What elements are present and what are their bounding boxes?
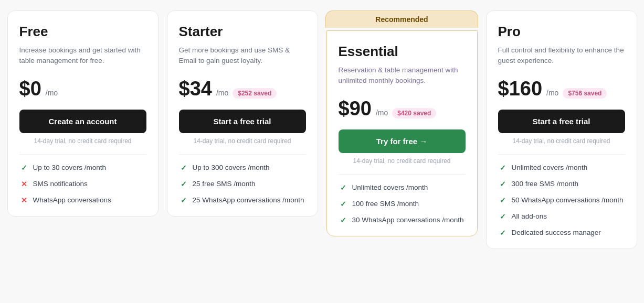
trial-note-essential: 14-day trial, no credit card required [339, 157, 466, 165]
trial-note-pro: 14-day trial, no credit card required [498, 137, 625, 145]
feature-item-free-2: ✕WhatsApp conversations [19, 196, 146, 205]
plan-card-pro: ProFull control and flexibility to enhan… [486, 10, 637, 249]
plan-card-free: FreeIncrease bookings and get started wi… [7, 10, 159, 217]
price-row-free: $0/mo [19, 78, 146, 100]
price-row-starter: $34/mo$252 saved [179, 78, 306, 100]
check-icon: ✓ [498, 212, 508, 222]
price-amount-pro: $160 [498, 78, 543, 100]
price-amount-starter: $34 [179, 78, 212, 100]
feature-text-essential-2: 30 WhatsApp conversations /month [352, 215, 464, 225]
check-icon: ✓ [179, 196, 188, 205]
feature-text-pro-2: 50 WhatsApp conversations /month [512, 196, 624, 205]
divider-pro [498, 154, 625, 155]
plan-name-pro: Pro [498, 24, 625, 40]
plan-wrapper-essential: RecommendedEssentialReservation & table … [326, 30, 478, 236]
check-icon: ✓ [498, 196, 508, 205]
feature-text-starter-1: 25 free SMS /month [193, 179, 256, 189]
savings-badge-starter: $252 saved [233, 88, 277, 99]
divider-essential [339, 174, 466, 175]
check-icon: ✓ [498, 180, 508, 189]
cta-button-essential[interactable]: Try for free → [339, 129, 466, 153]
feature-item-starter-2: ✓25 WhatsApp conversations /month [179, 196, 306, 205]
price-per-pro: /mo [546, 89, 558, 97]
feature-item-free-1: ✕SMS notifications [19, 179, 146, 189]
feature-item-pro-4: ✓Dedicated success manager [498, 228, 625, 238]
feature-text-free-2: WhatsApp conversations [33, 196, 111, 205]
recommended-banner: Recommended [325, 10, 478, 28]
check-icon: ✓ [179, 164, 188, 173]
feature-text-pro-3: All add-ons [512, 212, 547, 222]
feature-text-pro-1: 300 free SMS /month [512, 179, 579, 189]
feature-list-essential: ✓Unlimited covers /month✓100 free SMS /m… [339, 183, 466, 225]
check-icon: ✓ [339, 216, 348, 225]
feature-text-free-1: SMS notifications [33, 179, 88, 189]
feature-item-starter-1: ✓25 free SMS /month [179, 179, 306, 189]
feature-text-pro-4: Dedicated success manager [512, 228, 601, 238]
check-icon: ✓ [19, 164, 29, 173]
price-per-essential: /mo [376, 109, 388, 117]
cross-icon: ✕ [19, 180, 29, 189]
feature-item-pro-1: ✓300 free SMS /month [498, 179, 625, 189]
check-icon: ✓ [339, 200, 348, 209]
plan-description-pro: Full control and flexibility to enhance … [498, 45, 625, 68]
feature-item-pro-0: ✓Unlimited covers /month [498, 163, 625, 173]
plan-card-starter: StarterGet more bookings and use SMS & E… [167, 10, 318, 217]
feature-item-essential-1: ✓100 free SMS /month [339, 199, 466, 209]
feature-item-starter-0: ✓Up to 300 covers /month [179, 163, 306, 173]
price-amount-free: $0 [19, 78, 41, 100]
plan-description-essential: Reservation & table management with unli… [339, 65, 466, 88]
feature-item-essential-2: ✓30 WhatsApp conversations /month [339, 215, 466, 225]
feature-list-starter: ✓Up to 300 covers /month✓25 free SMS /mo… [179, 163, 306, 205]
check-icon: ✓ [498, 229, 508, 238]
feature-text-essential-0: Unlimited covers /month [352, 183, 428, 193]
feature-text-pro-0: Unlimited covers /month [512, 163, 588, 173]
divider-free [19, 154, 146, 155]
feature-text-starter-2: 25 WhatsApp conversations /month [193, 196, 304, 205]
cta-button-free[interactable]: Create an account [19, 110, 146, 133]
price-per-free: /mo [46, 89, 58, 97]
feature-text-free-0: Up to 30 covers /month [33, 163, 107, 173]
check-icon: ✓ [339, 183, 348, 193]
plan-wrapper-free: FreeIncrease bookings and get started wi… [7, 10, 159, 217]
pricing-grid: FreeIncrease bookings and get started wi… [7, 10, 637, 249]
feature-list-pro: ✓Unlimited covers /month✓300 free SMS /m… [498, 163, 625, 238]
price-amount-essential: $90 [339, 98, 372, 120]
check-icon: ✓ [179, 180, 188, 189]
feature-item-pro-2: ✓50 WhatsApp conversations /month [498, 196, 625, 205]
savings-badge-essential: $420 saved [392, 108, 436, 118]
feature-text-essential-1: 100 free SMS /month [352, 199, 419, 209]
cta-button-pro[interactable]: Start a free trial [498, 110, 625, 133]
feature-item-pro-3: ✓All add-ons [498, 212, 625, 222]
plan-wrapper-starter: StarterGet more bookings and use SMS & E… [167, 10, 318, 217]
divider-starter [179, 154, 306, 155]
feature-text-starter-0: Up to 300 covers /month [193, 163, 270, 173]
plan-description-free: Increase bookings and get started with t… [19, 45, 146, 68]
plan-wrapper-pro: ProFull control and flexibility to enhan… [486, 10, 637, 249]
price-per-starter: /mo [216, 89, 228, 97]
trial-note-free: 14-day trial, no credit card required [19, 137, 146, 145]
plan-name-free: Free [19, 24, 146, 40]
feature-list-free: ✓Up to 30 covers /month✕SMS notification… [19, 163, 146, 205]
plan-name-essential: Essential [339, 44, 466, 60]
cross-icon: ✕ [19, 196, 29, 205]
trial-note-starter: 14-day trial, no credit card required [179, 137, 306, 145]
check-icon: ✓ [498, 164, 508, 173]
price-row-pro: $160/mo$756 saved [498, 78, 625, 100]
cta-button-starter[interactable]: Start a free trial [179, 110, 306, 133]
savings-badge-pro: $756 saved [563, 88, 607, 99]
plan-card-essential: EssentialReservation & table management … [326, 30, 478, 236]
price-row-essential: $90/mo$420 saved [339, 98, 466, 120]
feature-item-essential-0: ✓Unlimited covers /month [339, 183, 466, 193]
feature-item-free-0: ✓Up to 30 covers /month [19, 163, 146, 173]
plan-description-starter: Get more bookings and use SMS & Email to… [179, 45, 306, 68]
plan-name-starter: Starter [179, 24, 306, 40]
